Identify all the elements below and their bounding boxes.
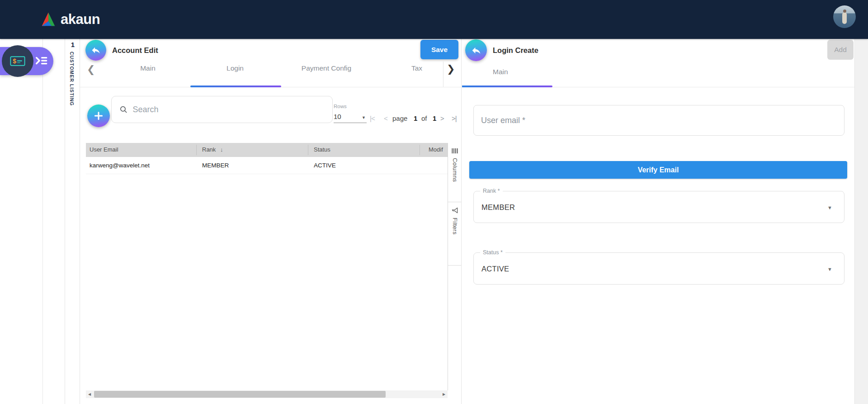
status-value: ACTIVE [481,265,509,273]
search-box[interactable] [111,96,333,123]
login-create-panel: Login Create Add Main Verify Email Rank … [462,39,854,404]
verify-email-button[interactable]: Verify Email [469,161,847,179]
svg-text:$: $ [13,57,16,65]
back-arrow-icon [90,45,101,56]
top-bar: akaun [0,0,868,39]
column-separator [308,145,308,155]
prev-page-icon[interactable]: < [384,114,387,122]
cell-rank: MEMBER [202,162,229,169]
pagination-current: 1 [414,114,417,122]
tabs-scroll-right-icon[interactable]: ❯ [447,64,455,74]
table-tools-strip: Columns Filters [448,143,461,390]
money-terminal-icon: $ [9,55,26,67]
add-row-button[interactable] [87,105,110,127]
tab-main[interactable]: Main [140,64,156,72]
brand-logo: akaun [40,0,100,39]
tab-tax[interactable]: Tax [411,64,422,72]
pagination-page-word: page [392,114,407,122]
back-button[interactable] [85,40,106,61]
sort-desc-icon: ↓ [220,146,223,153]
col-user-email[interactable]: User Email [90,146,118,153]
status-select[interactable]: Status * ACTIVE ▼ [473,252,844,285]
page-title: Login Create [493,46,538,55]
filters-tool[interactable]: Filters [448,202,462,266]
search-icon [119,105,128,114]
columns-icon [452,147,458,154]
scroll-right-icon[interactable]: ▶ [440,390,448,398]
cell-user-email: karweng@wavelet.net [90,162,150,169]
back-button[interactable] [465,39,487,61]
column-separator [196,145,197,155]
columns-label: Columns [452,158,458,182]
table-header: User Email Rank ↓ Status Modif [86,143,448,157]
columns-tool[interactable]: Columns [448,143,462,202]
user-email-field[interactable] [473,105,844,136]
active-tab-indicator [190,86,281,87]
pagination-total: 1 [433,114,436,122]
filter-icon [451,207,458,214]
rows-label: Rows [334,104,347,109]
next-page-icon[interactable]: > [440,114,444,122]
back-arrow-icon [471,45,482,56]
dropdown-arrow-icon: ▼ [362,115,366,120]
last-page-icon[interactable]: >| [452,114,457,122]
search-input[interactable] [133,105,325,114]
tabs-separator [443,62,443,87]
table-row[interactable]: karweng@wavelet.net MEMBER ACTIVE [86,157,448,174]
cell-status: ACTIVE [314,162,336,169]
listing-label: CUSTOMER LISTING [69,52,75,106]
rank-select[interactable]: Rank * MEMBER ▼ [473,191,844,223]
app-screen: akaun $ 大 [0,0,868,404]
add-button[interactable]: Add [827,40,854,60]
pos-module-button[interactable]: $ [2,45,33,77]
listing-tab-strip[interactable]: 1 CUSTOMER LISTING [65,39,80,404]
user-avatar[interactable] [833,5,856,28]
account-edit-panel: Account Edit Save ❮ Main Login Payment C… [80,39,461,404]
dropdown-arrow-icon: ▼ [827,266,832,272]
app-sidebar [0,39,43,404]
status-label: Status * [480,249,505,256]
panel-divider [461,39,462,404]
active-tab-indicator [462,86,552,87]
save-button[interactable]: Save [420,40,458,59]
plus-icon [93,110,104,122]
col-rank[interactable]: Rank ↓ [202,146,223,153]
logo-triangle-icon [40,11,57,28]
scroll-left-icon[interactable]: ◀ [86,390,93,398]
rank-value: MEMBER [481,203,515,212]
listing-count: 1 [65,41,80,48]
col-status[interactable]: Status [314,146,330,153]
rows-value: 10 [334,113,341,120]
menu-open-icon[interactable] [35,55,48,66]
tab-login[interactable]: Login [226,64,244,72]
filters-label: Filters [452,218,458,235]
right-gutter [854,39,868,404]
horizontal-scrollbar[interactable]: ◀ ▶ [86,390,448,398]
pagination-of-word: of [421,114,427,122]
column-separator [420,145,420,155]
user-email-input[interactable] [481,116,837,125]
first-page-icon[interactable]: |< [370,114,375,122]
tabs-scroll-left-icon[interactable]: ❮ [87,65,95,75]
brand-name: akaun [61,11,100,28]
col-modified[interactable]: Modif [429,146,443,153]
dropdown-arrow-icon: ▼ [827,205,832,210]
tab-payment-config[interactable]: Payment Config [302,64,351,72]
tab-main[interactable]: Main [493,68,508,76]
rank-label: Rank * [480,188,503,194]
scrollbar-thumb[interactable] [94,391,386,398]
page-title: Account Edit [112,46,158,55]
rows-per-page-select[interactable]: 10 ▼ [334,113,367,123]
